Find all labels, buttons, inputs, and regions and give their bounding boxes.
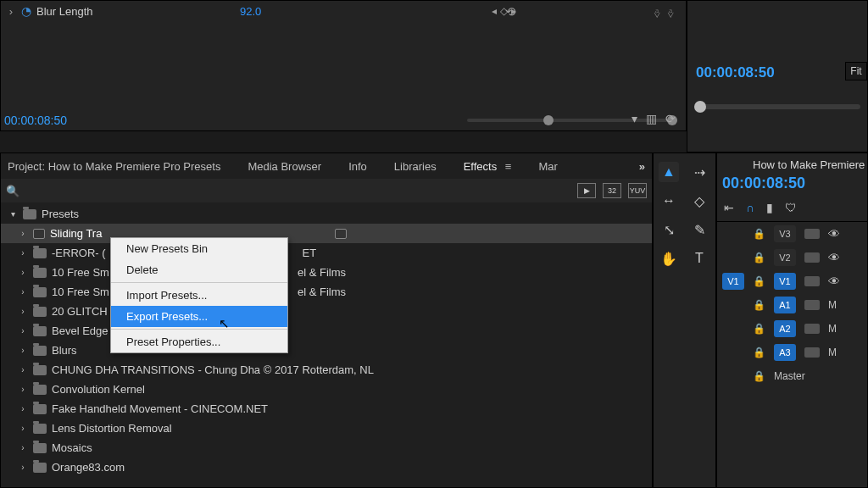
preset-folder[interactable]: ›Blurs — [1, 341, 652, 360]
tab-effects[interactable]: Effects ≡ — [464, 160, 512, 173]
track-a2[interactable]: 🔒A2M — [717, 317, 867, 341]
eye-icon[interactable]: 👁 — [828, 274, 840, 288]
preset-folder[interactable]: ›20 GLITCH — [1, 302, 652, 321]
effects-search-input[interactable] — [26, 185, 570, 197]
source-patch[interactable] — [722, 297, 744, 313]
chevron-right-icon[interactable]: › — [18, 443, 28, 452]
track-v3[interactable]: 🔒V3👁 — [717, 222, 867, 246]
insert-icon[interactable]: ⇤ — [724, 201, 734, 214]
tab-libraries[interactable]: Libraries — [394, 160, 437, 173]
menu-icon[interactable]: ≡ — [502, 160, 511, 173]
stopwatch-icon[interactable]: ◔ — [21, 4, 31, 18]
chevron-right-icon[interactable]: › — [18, 404, 28, 413]
zoom-level-select[interactable]: Fit — [845, 62, 867, 80]
yuv-badge[interactable]: YUV — [628, 183, 647, 198]
chevron-right-icon[interactable]: › — [18, 385, 28, 394]
overflow-icon[interactable]: » — [639, 160, 645, 173]
mute-label[interactable]: M — [828, 323, 837, 335]
preset-folder[interactable]: ›-ERROR- (ET — [1, 243, 652, 263]
lock-icon[interactable]: 🔒 — [753, 323, 765, 335]
context-delete[interactable]: Delete — [111, 259, 287, 280]
track-toggle-v2[interactable]: V2 — [774, 249, 796, 266]
selection-tool[interactable]: ▲ — [659, 162, 679, 182]
chevron-right-icon[interactable]: › — [18, 287, 28, 297]
tab-info[interactable]: Info — [348, 160, 367, 173]
preset-folder[interactable]: ›Fake Handheld Movement - CINECOM.NET — [1, 399, 652, 419]
source-patch[interactable] — [722, 344, 744, 361]
chevron-right-icon[interactable]: › — [18, 365, 28, 374]
tab-markers[interactable]: Mar — [538, 160, 557, 173]
track-v2[interactable]: 🔒V2👁 — [717, 246, 867, 269]
reset-parameter-icon[interactable]: ⟲ — [505, 4, 516, 19]
source-patch-v1[interactable]: V1 — [722, 273, 744, 290]
mute-label[interactable]: M — [828, 299, 837, 311]
eye-icon[interactable]: 👁 — [828, 251, 840, 264]
eye-icon[interactable]: 👁 — [828, 227, 840, 241]
ripple-edit-tool[interactable]: ↔ — [659, 191, 679, 211]
split-view-icon[interactable]: ▥ — [646, 112, 657, 125]
lock-icon[interactable]: 🔒 — [753, 370, 765, 382]
chevron-right-icon[interactable]: › — [18, 463, 28, 472]
lock-icon[interactable]: 🔒 — [753, 252, 765, 263]
type-tool[interactable]: T — [689, 248, 709, 269]
preset-folder[interactable]: ›Bevel Edge — [1, 321, 652, 341]
context-import-presets[interactable]: Import Presets... — [111, 285, 287, 306]
chevron-right-icon[interactable]: › — [18, 346, 28, 355]
lock-icon[interactable]: 🔒 — [753, 228, 765, 240]
effect-timecode[interactable]: 00:00:08:50 — [4, 114, 67, 127]
linked-selection-icon[interactable]: ▮ — [766, 201, 773, 214]
snap-icon[interactable]: ∩ — [746, 201, 754, 214]
tab-media-browser[interactable]: Media Browser — [248, 160, 321, 173]
preset-folder[interactable]: ›10 Free Smel & Films — [1, 263, 652, 282]
track-output-icon[interactable] — [804, 347, 820, 358]
mute-label[interactable]: M — [828, 347, 837, 358]
program-timecode[interactable]: 00:00:08:50 — [696, 64, 775, 81]
chevron-right-icon[interactable]: › — [18, 268, 28, 277]
context-new-presets-bin[interactable]: New Presets Bin — [111, 238, 287, 259]
source-patch[interactable] — [722, 368, 744, 385]
context-export-presets[interactable]: Export Presets... — [111, 306, 287, 327]
preset-folder[interactable]: ›Convolution Kernel — [1, 380, 652, 399]
preset-folder[interactable]: ›10 Free Smel & Films — [1, 282, 652, 302]
lock-icon[interactable]: 🔒 — [753, 275, 765, 287]
chevron-right-icon[interactable]: › — [18, 326, 28, 336]
track-toggle-a3[interactable]: A3 — [774, 344, 796, 361]
lock-icon[interactable]: 🔒 — [753, 347, 765, 358]
track-output-icon[interactable] — [804, 300, 820, 310]
track-toggle-v1[interactable]: V1 — [774, 273, 796, 290]
track-a3[interactable]: 🔒A3M — [717, 341, 867, 364]
preset-folder[interactable]: ›Lens Distortion Removal — [1, 419, 652, 438]
program-scrubber[interactable] — [694, 104, 860, 109]
anchor-in-icon[interactable]: ⎀ — [654, 6, 660, 19]
prev-keyframe-icon[interactable]: ◂ — [492, 5, 497, 17]
chevron-right-icon[interactable]: › — [18, 248, 28, 258]
track-output-icon[interactable] — [804, 229, 820, 239]
track-output-icon[interactable] — [804, 324, 820, 334]
loop-icon[interactable]: ⟳ — [665, 112, 676, 125]
chevron-down-icon[interactable]: ▾ — [8, 209, 18, 219]
chevron-right-icon[interactable]: › — [1, 5, 21, 18]
preset-item-selected[interactable]: › Sliding Tra — [1, 224, 652, 243]
marker-icon[interactable]: 🛡 — [785, 201, 797, 214]
hand-tool[interactable]: ✋ — [659, 248, 679, 269]
timeline-timecode[interactable]: 00:00:08:50 — [717, 171, 867, 197]
track-output-icon[interactable] — [804, 276, 820, 286]
razor-tool[interactable]: ✎ — [689, 219, 709, 240]
track-toggle-v3[interactable]: V3 — [774, 225, 796, 242]
track-toggle-a1[interactable]: A1 — [774, 297, 796, 313]
source-patch[interactable] — [722, 320, 744, 337]
chevron-right-icon[interactable]: › — [18, 307, 28, 316]
tab-project[interactable]: Project: How to Make Premiere Pro Preset… — [8, 160, 220, 173]
search-icon[interactable]: 🔍 — [6, 185, 19, 197]
preset-folder[interactable]: ›CHUNG DHA TRANSITIONS - Chung Dha © 201… — [1, 360, 652, 380]
rolling-edit-tool[interactable]: ◇ — [689, 191, 709, 211]
lock-icon[interactable]: 🔒 — [753, 299, 765, 311]
anchor-out-icon[interactable]: ⎀ — [667, 6, 674, 19]
preset-folder[interactable]: ›Orange83.com — [1, 458, 652, 477]
32bit-badge[interactable]: 32 — [603, 183, 621, 198]
track-output-icon[interactable] — [804, 252, 820, 263]
chevron-right-icon[interactable]: › — [18, 424, 28, 433]
track-a1[interactable]: 🔒A1M — [717, 293, 867, 317]
context-preset-properties[interactable]: Preset Properties... — [111, 331, 287, 352]
accelerated-fx-badge[interactable]: ▶ — [577, 183, 596, 198]
